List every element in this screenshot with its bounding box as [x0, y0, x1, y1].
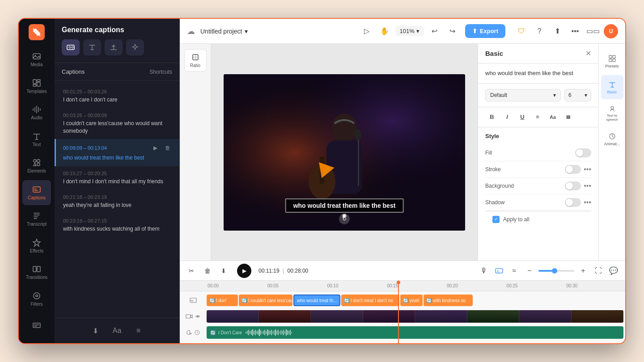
shadow-toggle[interactable] — [565, 198, 581, 207]
redo-btn[interactable]: ↪ — [445, 24, 460, 38]
sidebar-item-captions[interactable]: Captions — [22, 180, 51, 205]
zoom-out-btn[interactable]: − — [523, 265, 536, 277]
refresh-icon[interactable]: ↻ — [339, 214, 350, 224]
tts-strip-item[interactable]: Text to speech — [601, 101, 623, 125]
caption-item-5[interactable]: 00:21:18 – 00:23:19 yeah they're all fal… — [55, 190, 179, 214]
zoom-in-btn[interactable]: + — [577, 265, 589, 277]
panel-text-content: who would treat them like the best — [485, 69, 591, 78]
spacing-btn[interactable]: ≣ — [561, 111, 575, 123]
zoom-selector[interactable]: 101% ▾ — [395, 26, 424, 36]
captions-tab-cc[interactable] — [62, 39, 80, 55]
vt-seg-4 — [363, 310, 415, 323]
captions-tab-upload[interactable] — [105, 39, 123, 55]
sidebar-item-transitions[interactable]: Transitions — [22, 260, 51, 285]
stroke-label: Stroke — [485, 166, 501, 173]
captions-track-row: 🔄 I don' 🔄 I couldn't care less'cause wh… — [180, 293, 625, 307]
caption-item-6[interactable]: 00:23:19 – 00:27:15 with kindness sucks … — [55, 214, 179, 237]
play-caption-btn[interactable]: ▶ — [151, 143, 160, 152]
presets-strip-item[interactable]: Presets — [601, 49, 623, 73]
align-btn[interactable]: ≡ — [531, 111, 544, 123]
basic-strip-item[interactable]: Basic — [601, 75, 623, 99]
caption-clip-6[interactable]: 🔄 with kindness su — [424, 295, 473, 306]
basic-strip-label: Basic — [607, 90, 617, 94]
stroke-more-btn[interactable]: ••• — [584, 165, 591, 173]
user-avatar[interactable]: U — [604, 24, 618, 38]
sidebar-item-effects[interactable]: Effects — [22, 233, 51, 258]
captions-tl-btn[interactable] — [493, 265, 505, 277]
hand-tool-btn[interactable]: ✋ — [377, 24, 392, 38]
export-button[interactable]: ⬆ Export — [465, 24, 505, 38]
zoom-handle[interactable] — [552, 268, 557, 274]
caption-clip-1[interactable]: 🔄 I don' — [207, 295, 238, 306]
shortcuts-label[interactable]: Shortcuts — [149, 69, 172, 75]
case-btn[interactable]: Aa — [546, 111, 559, 123]
comment-btn[interactable]: 💬 — [607, 265, 620, 277]
size-chevron-icon: ▾ — [585, 92, 587, 98]
video-track-row — [180, 309, 625, 324]
delete-clip-btn[interactable]: 🗑 — [201, 265, 214, 277]
bold-btn[interactable]: B — [485, 111, 499, 123]
background-toggle[interactable] — [565, 181, 581, 190]
undo-btn[interactable]: ↩ — [428, 24, 442, 38]
caption-item-1[interactable]: 00:01:25 – 00:03:26 I don't care I don't… — [55, 84, 179, 108]
more-options-icon[interactable]: ••• — [568, 24, 582, 38]
video-track-content[interactable] — [207, 310, 625, 323]
fill-toggle[interactable] — [575, 148, 591, 157]
split-clip-btn[interactable]: ✂ — [185, 265, 198, 277]
sidebar-item-media[interactable]: Media — [22, 47, 51, 72]
split-view-icon[interactable]: ▭▭ — [586, 24, 600, 38]
translate-btn[interactable]: Aa — [110, 324, 124, 338]
zoom-slider[interactable] — [538, 270, 574, 272]
font-selector[interactable]: Default ▾ — [485, 89, 561, 101]
project-name[interactable]: Untitled project ▾ — [200, 28, 248, 35]
size-selector[interactable]: 6 ▾ — [564, 89, 591, 101]
share-icon[interactable]: ⬆ — [550, 24, 564, 38]
panel-text-area[interactable]: who would treat them like the best — [478, 63, 598, 84]
download-btn[interactable]: ⬇ — [89, 324, 103, 338]
caption-settings-btn[interactable]: ≡ — [131, 324, 146, 338]
stroke-toggle[interactable] — [565, 165, 581, 174]
caption-clip-5[interactable]: 🔄 yeah — [400, 295, 423, 306]
sidebar-item-filters[interactable]: Filters — [22, 286, 51, 311]
animate-strip-item[interactable]: Animat... — [601, 127, 623, 151]
italic-btn[interactable]: I — [500, 111, 514, 123]
background-label: Background — [485, 183, 514, 189]
sidebar-item-audio[interactable]: Audio — [22, 101, 51, 125]
fullscreen-btn[interactable]: ⛶ — [592, 265, 605, 277]
help-icon[interactable]: ? — [532, 24, 547, 38]
sidebar-item-subtitles[interactable] — [22, 313, 51, 338]
shield-icon[interactable]: 🛡 — [514, 24, 529, 38]
audio-track-content[interactable]: 🔄 I Don't Care — [207, 326, 625, 339]
sidebar-item-templates[interactable]: Templates — [22, 74, 51, 98]
right-panel-header: Basic ✕ — [478, 44, 598, 63]
mic-btn[interactable]: 🎙 — [478, 265, 490, 277]
captions-tab-magic[interactable] — [126, 39, 144, 55]
cursor-tool-btn[interactable]: ▷ — [360, 24, 374, 38]
download-clip-btn[interactable]: ⬇ — [217, 265, 230, 277]
sidebar-item-elements[interactable]: Elements — [22, 154, 51, 178]
caption-clip-3[interactable]: who would treat th... — [293, 295, 340, 306]
caption-clip-4[interactable]: 🔄 I don't mind I don't mi — [341, 295, 399, 306]
close-panel-btn[interactable]: ✕ — [585, 49, 591, 58]
caption-time-4: 00:15:27 – 00:20:25 — [63, 171, 172, 176]
sidebar-item-transcript[interactable]: Transcript — [22, 207, 51, 232]
caption-clip-2[interactable]: 🔄 I couldn't care less'cause — [239, 295, 292, 306]
caption-item-3[interactable]: 00:09:09 – 00:13:04 ▶ 🗑 who would treat … — [55, 139, 179, 166]
vt-seg-5 — [415, 310, 467, 323]
caption-item-4[interactable]: 00:15:27 – 00:20:25 I don't mind I don't… — [55, 166, 179, 190]
app-logo[interactable] — [29, 24, 45, 40]
shadow-more-btn[interactable]: ••• — [584, 198, 591, 206]
play-button[interactable]: ▶ — [237, 264, 251, 278]
style-row-stroke: Stroke ••• — [485, 161, 591, 178]
sidebar-item-text[interactable]: Text — [22, 127, 51, 152]
caption-item-2[interactable]: 00:03:26 – 00:09:09 I couldn't care less… — [55, 108, 179, 139]
delete-caption-btn[interactable]: 🗑 — [163, 143, 172, 152]
apply-checkbox[interactable]: ✓ — [492, 216, 500, 223]
captions-footer: ⬇ Aa ≡ — [55, 318, 179, 343]
waveform-btn[interactable]: ≈ — [508, 265, 521, 277]
sidebar-label-transcript: Transcript — [27, 222, 47, 227]
underline-btn[interactable]: U — [516, 111, 529, 123]
captions-tab-text[interactable] — [83, 39, 101, 55]
ratio-button[interactable]: Ratio — [184, 49, 207, 72]
background-more-btn[interactable]: ••• — [584, 182, 591, 190]
